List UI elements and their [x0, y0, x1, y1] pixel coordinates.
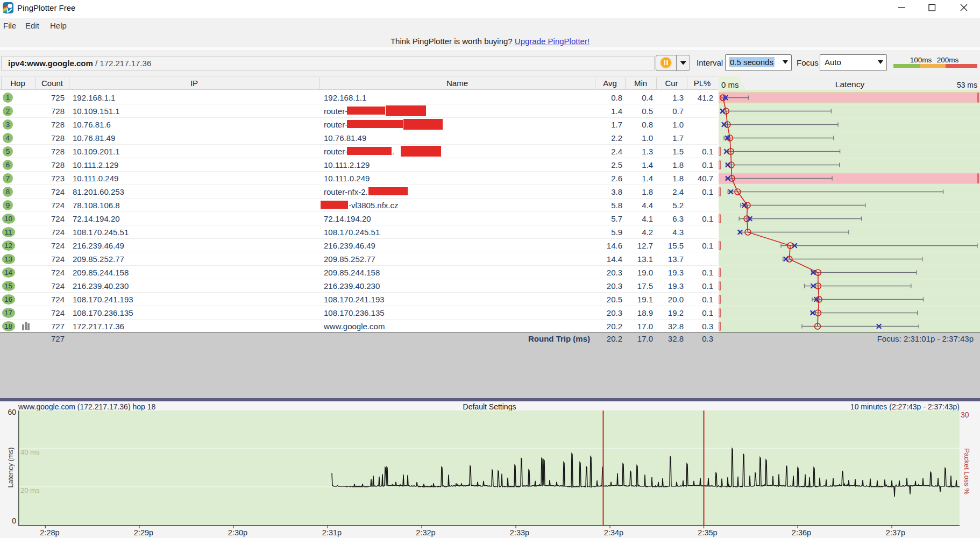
svg-text:Packet Loss %: Packet Loss % [963, 448, 971, 494]
svg-text:20 ms: 20 ms [20, 486, 40, 494]
svg-text:2:29p: 2:29p [134, 528, 153, 537]
svg-text:2:34p: 2:34p [604, 528, 623, 537]
svg-text:Latency: Latency [835, 80, 865, 89]
svg-text:0 ms: 0 ms [721, 80, 739, 89]
svg-text:0: 0 [12, 516, 16, 525]
svg-text:2:31p: 2:31p [322, 528, 342, 537]
svg-text:2:30p: 2:30p [228, 528, 247, 537]
svg-text:2:28p: 2:28p [40, 528, 59, 537]
svg-text:2:35p: 2:35p [698, 528, 717, 537]
svg-text:60: 60 [8, 408, 16, 416]
svg-text:2:33p: 2:33p [510, 528, 529, 537]
svg-text:2:37p: 2:37p [886, 528, 905, 537]
svg-text:2:36p: 2:36p [792, 528, 811, 537]
svg-text:Latency (ms): Latency (ms) [6, 447, 15, 487]
svg-text:30: 30 [961, 410, 969, 419]
svg-text:53 ms: 53 ms [957, 81, 977, 89]
svg-text:2:32p: 2:32p [416, 528, 435, 537]
svg-text:40 ms: 40 ms [20, 448, 40, 456]
